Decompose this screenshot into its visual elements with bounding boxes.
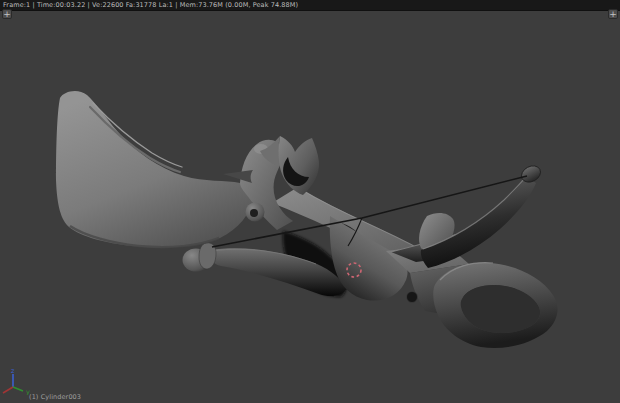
axis-z-label: z <box>11 369 15 375</box>
viewport-3d[interactable]: + + z y (1) Cylinder003 <box>0 12 620 403</box>
thorn-spike <box>223 170 253 183</box>
housing-pin-hole <box>407 292 418 303</box>
crossbow-model[interactable] <box>56 91 558 348</box>
render-stats-header: Frame:1 | Time:00:03.22 | Ve:22600 Fa:31… <box>0 0 620 11</box>
render-stats-text: Frame:1 | Time:00:03.22 | Ve:22600 Fa:31… <box>3 1 298 9</box>
stirrup-loop[interactable] <box>433 263 557 348</box>
axis-y-line <box>13 387 23 391</box>
expand-region-button-left[interactable]: + <box>2 9 12 19</box>
active-object-label: (1) Cylinder003 <box>29 393 81 401</box>
expand-region-button-right[interactable]: + <box>608 9 618 19</box>
axis-x-line <box>3 387 13 393</box>
axis-gizmo: z y <box>0 369 36 395</box>
blender-window: Frame:1 | Time:00:03.22 | Ve:22600 Fa:31… <box>0 0 620 403</box>
stock[interactable] <box>56 91 253 248</box>
viewport-canvas <box>0 12 620 403</box>
